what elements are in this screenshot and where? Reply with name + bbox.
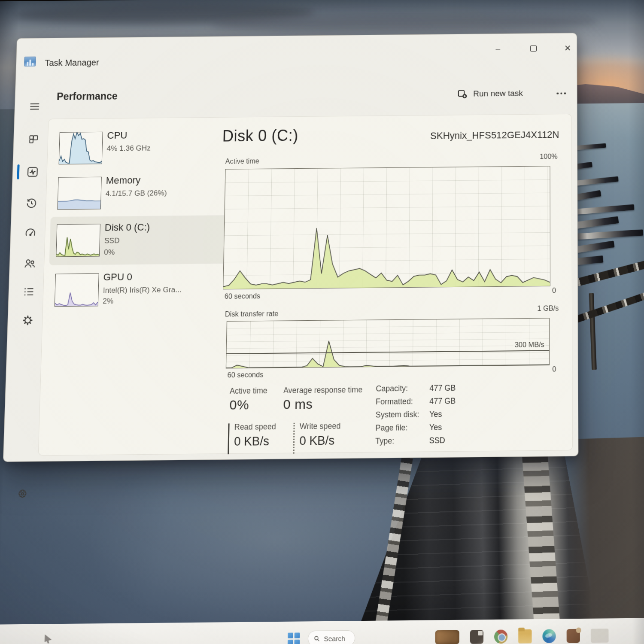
titlebar: Task Manager – ✕ [16, 33, 577, 75]
sidebar-item-app-history[interactable] [24, 196, 39, 211]
store-app-icon[interactable] [567, 629, 580, 643]
transfer-rate-chart-label: Disk transfer rate [225, 310, 279, 319]
perf-item-detail2: 2% [103, 297, 114, 306]
reference-line-label: 300 MB/s [513, 340, 546, 349]
edge-icon[interactable] [542, 629, 556, 643]
active-time-x-left: 60 seconds [225, 292, 261, 301]
close-button[interactable]: ✕ [558, 40, 577, 56]
capacity-value: 477 GB [429, 383, 456, 393]
system-disk-label: System disk: [376, 410, 428, 419]
write-speed-legend-bar [293, 423, 295, 454]
formatted-value: 477 GB [429, 396, 456, 406]
sidebar-item-performance[interactable] [25, 164, 40, 179]
active-time-stat-value: 0% [229, 397, 249, 413]
widgets-icon[interactable] [435, 630, 459, 644]
type-label: Type: [375, 436, 428, 446]
active-time-stat-label: Active time [230, 386, 267, 396]
sidebar-item-startup-apps[interactable] [23, 226, 38, 241]
page-title: Performance [57, 90, 118, 103]
run-new-task-icon [457, 88, 468, 100]
perf-item-disk[interactable]: Disk 0 (C:) SSD 0% [49, 216, 228, 265]
perf-item-name: Memory [106, 175, 140, 186]
perf-item-name: Disk 0 (C:) [104, 222, 150, 234]
system-disk-value: Yes [429, 410, 442, 419]
maximize-button[interactable] [523, 40, 543, 56]
performance-card: CPU 4% 1.36 GHz Memory 4.1/15.7 GB (26%)… [38, 114, 573, 456]
gpu-mini-chart [55, 273, 99, 307]
file-explorer-icon[interactable] [518, 629, 532, 644]
avg-response-stat-label: Average response time [283, 385, 362, 395]
selected-indicator [17, 164, 19, 179]
page-file-value: Yes [429, 423, 442, 432]
sidebar-item-processes[interactable] [26, 132, 41, 147]
perf-item-name: CPU [107, 130, 128, 141]
partial-app-icon[interactable] [591, 629, 609, 643]
run-new-task-button[interactable]: Run new task [454, 84, 526, 103]
transfer-rate-chart: 300 MB/s [226, 318, 550, 368]
task-manager-window: Task Manager – ✕ Performance Run new tas… [3, 33, 579, 462]
search-icon [313, 635, 320, 642]
sidebar-item-users[interactable] [22, 256, 37, 271]
wooden-pier [332, 437, 644, 644]
formatted-label: Formatted: [376, 397, 428, 407]
laptop-screen: Search Task Manager – ✕ [0, 0, 644, 644]
active-time-x-right: 0 [552, 287, 556, 295]
capacity-label: Capacity: [376, 384, 428, 394]
read-speed-block: Read speed 0 KB/s [228, 422, 294, 454]
active-time-chart [223, 166, 550, 289]
perf-item-detail: SSD [104, 237, 120, 246]
perf-item-detail2: 0% [104, 248, 115, 257]
minimize-button[interactable]: – [488, 41, 508, 57]
write-speed-label: Write speed [300, 422, 341, 431]
transfer-rate-x-left: 60 seconds [227, 371, 263, 380]
write-speed-block: Write speed 0 KB/s [293, 421, 360, 453]
page-file-label: Page file: [375, 423, 428, 433]
run-new-task-label: Run new task [473, 88, 523, 98]
disk-mini-chart [56, 224, 100, 257]
disk-device-model: SKHynix_HFS512GEJ4X112N [430, 129, 559, 142]
write-speed-value: 0 KB/s [299, 434, 334, 448]
settings-gear-icon[interactable] [15, 486, 30, 501]
read-speed-legend-bar [228, 423, 229, 454]
perf-item-detail: 4.1/15.7 GB (26%) [106, 189, 167, 198]
perf-item-cpu[interactable]: CPU 4% 1.36 GHz [52, 125, 230, 171]
memory-mini-chart [57, 177, 101, 210]
page-header: Performance Run new task [15, 83, 577, 109]
transfer-rate-x-right: 0 [552, 365, 556, 374]
notes-app-icon[interactable] [470, 630, 483, 644]
active-time-ymax: 100% [540, 153, 557, 161]
search-box[interactable]: Search [308, 630, 355, 644]
perf-item-name: GPU 0 [103, 271, 132, 283]
disk-title: Disk 0 (C:) [222, 126, 298, 145]
type-value: SSD [429, 436, 445, 446]
perf-item-memory[interactable]: Memory 4.1/15.7 GB (26%) [51, 170, 230, 216]
taskbar-app-icons [435, 628, 609, 644]
hamburger-menu-icon[interactable] [27, 99, 42, 114]
photo-of-laptop-screen: Search Task Manager – ✕ [0, 0, 644, 644]
read-speed-label: Read speed [234, 422, 276, 432]
active-time-chart-label: Active time [225, 157, 259, 165]
sidebar-item-details[interactable] [21, 284, 36, 300]
window-title: Task Manager [45, 58, 99, 68]
search-label: Search [324, 634, 345, 642]
sidebar-item-services[interactable] [20, 313, 36, 328]
perf-item-detail: Intel(R) Iris(R) Xe Gra... [103, 286, 182, 295]
browser-icon[interactable] [494, 629, 507, 644]
cpu-mini-chart [59, 132, 103, 164]
avg-response-stat-value: 0 ms [283, 396, 313, 412]
more-options-button[interactable] [549, 85, 573, 102]
perf-item-gpu[interactable]: GPU 0 Intel(R) Iris(R) Xe Gra... 2% [48, 267, 228, 316]
read-speed-value: 0 KB/s [234, 434, 269, 449]
task-manager-app-icon [24, 57, 36, 67]
start-button[interactable] [288, 632, 300, 644]
pier-right-shadow [562, 437, 644, 644]
perf-item-detail: 4% 1.36 GHz [106, 144, 151, 153]
transfer-rate-ymax: 1 GB/s [538, 304, 559, 313]
